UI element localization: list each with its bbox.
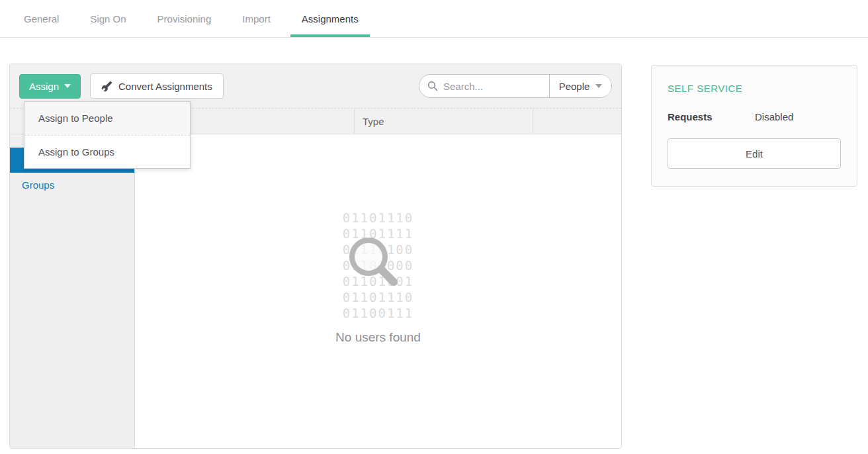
assignment-filter-sidebar: Groups: [10, 134, 135, 448]
chevron-down-icon: [64, 84, 71, 88]
empty-state-graphic: 01101110 01101111 01110100 01101000 0110…: [343, 210, 414, 321]
tab-sign-on[interactable]: Sign On: [79, 0, 137, 37]
search-control: People: [419, 74, 612, 98]
assignments-panel: Assign Convert Assignments: [9, 64, 622, 449]
requests-value: Disabled: [755, 111, 793, 122]
table-column-type[interactable]: Type: [355, 109, 533, 134]
menu-item-assign-to-groups[interactable]: Assign to Groups: [24, 135, 190, 168]
app-tabbar: General Sign On Provisioning Import Assi…: [0, 0, 868, 38]
convert-assignments-button[interactable]: Convert Assignments: [90, 73, 224, 99]
search-scope-value: People: [559, 81, 590, 92]
panel-body: Groups 01101110 01101111 01110100 011010…: [10, 134, 621, 448]
chevron-down-icon: [595, 84, 602, 88]
assignments-content: 01101110 01101111 01110100 01101000 0110…: [135, 134, 621, 448]
self-service-title: SELF SERVICE: [668, 83, 841, 94]
binary-row: 01101110: [343, 210, 414, 226]
assign-button[interactable]: Assign: [19, 74, 81, 99]
table-column-actions: [533, 109, 621, 134]
sidebar-item-groups[interactable]: Groups: [10, 173, 134, 198]
tab-import[interactable]: Import: [231, 0, 282, 37]
tab-general[interactable]: General: [13, 0, 70, 37]
empty-state-message: No users found: [335, 330, 421, 345]
tab-provisioning[interactable]: Provisioning: [146, 0, 223, 37]
requests-label: Requests: [668, 111, 755, 122]
convert-assignments-label: Convert Assignments: [118, 81, 212, 92]
menu-item-assign-to-people[interactable]: Assign to People: [24, 102, 190, 135]
self-service-panel: SELF SERVICE Requests Disabled Edit: [651, 65, 857, 187]
self-service-requests-row: Requests Disabled: [668, 111, 841, 122]
edit-button[interactable]: Edit: [668, 138, 841, 169]
assign-dropdown-menu: Assign to People Assign to Groups: [24, 101, 191, 169]
magnifier-icon: [342, 230, 406, 294]
search-scope-dropdown[interactable]: People: [549, 75, 611, 97]
search-icon: [427, 81, 438, 91]
binary-row: 01100111: [343, 305, 414, 321]
assign-button-label: Assign: [29, 81, 59, 92]
search-field-wrap: [419, 75, 549, 97]
search-input[interactable]: [443, 81, 542, 92]
wrench-icon: [101, 81, 112, 92]
tab-assignments[interactable]: Assignments: [290, 0, 370, 37]
